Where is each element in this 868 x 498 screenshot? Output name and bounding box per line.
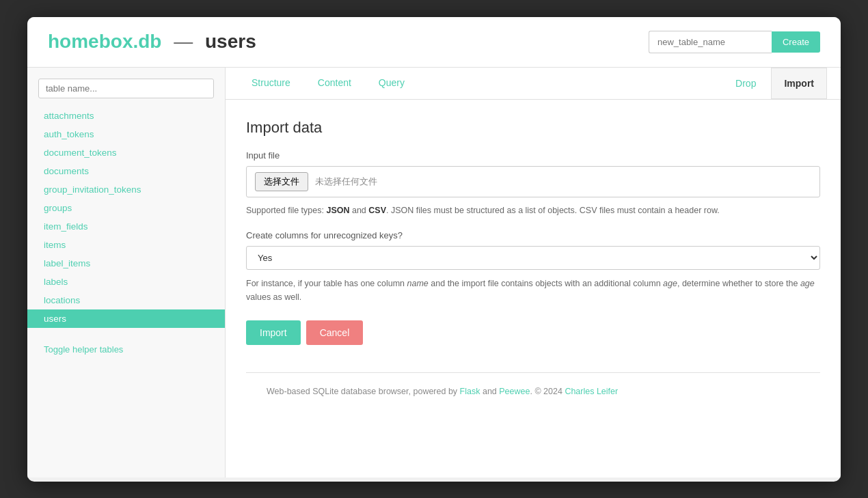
tab-import[interactable]: Import xyxy=(771,68,827,99)
sidebar-item-groups[interactable]: groups xyxy=(27,199,225,217)
header: homebox.db — users Create xyxy=(27,17,841,68)
footer: Web-based SQLite database browser, power… xyxy=(246,372,820,410)
input-file-label: Input file xyxy=(246,150,820,161)
action-buttons: Import Cancel xyxy=(246,320,820,345)
sidebar-item-auth-tokens[interactable]: auth_tokens xyxy=(27,125,225,143)
file-input-wrapper[interactable]: 选择文件 未选择任何文件 xyxy=(246,166,820,197)
file-choose-button[interactable]: 选择文件 xyxy=(255,172,308,191)
sidebar-search-input[interactable] xyxy=(38,79,214,98)
peewee-link[interactable]: Peewee xyxy=(499,387,530,396)
tab-content[interactable]: Content xyxy=(306,68,364,99)
sidebar-item-attachments[interactable]: attachments xyxy=(27,107,225,125)
new-table-input[interactable] xyxy=(649,31,772,53)
sidebar-item-label-items[interactable]: label_items xyxy=(27,254,225,273)
header-right: Create xyxy=(649,31,820,53)
separator: — xyxy=(174,31,193,52)
db-name: homebox.db xyxy=(48,31,161,52)
main-layout: attachments auth_tokens document_tokens … xyxy=(27,68,841,478)
page-title: homebox.db — users xyxy=(48,31,256,53)
tab-structure[interactable]: Structure xyxy=(239,68,303,99)
sidebar-item-document-tokens[interactable]: document_tokens xyxy=(27,143,225,162)
import-button[interactable]: Import xyxy=(246,320,301,345)
author-link[interactable]: Charles Leifer xyxy=(565,387,618,396)
content-body: Import data Input file 选择文件 未选择任何文件 Supp… xyxy=(226,100,841,430)
create-columns-select[interactable]: Yes No xyxy=(246,246,820,270)
sidebar-item-items[interactable]: items xyxy=(27,236,225,254)
tabs-bar: Structure Content Query Drop Import xyxy=(226,68,841,100)
tab-drop[interactable]: Drop xyxy=(723,68,768,98)
sidebar: attachments auth_tokens document_tokens … xyxy=(27,68,226,478)
table-name-heading: users xyxy=(205,31,256,52)
sidebar-item-item-fields[interactable]: item_fields xyxy=(27,217,225,236)
flask-link[interactable]: Flask xyxy=(460,387,480,396)
toggle-helper-tables[interactable]: Toggle helper tables xyxy=(27,333,225,365)
create-columns-label: Create columns for unrecognized keys? xyxy=(246,230,820,240)
content-area: Structure Content Query Drop Import Impo xyxy=(226,68,841,478)
sidebar-item-locations[interactable]: locations xyxy=(27,291,225,309)
tab-query[interactable]: Query xyxy=(366,68,417,99)
sidebar-item-documents[interactable]: documents xyxy=(27,162,225,180)
create-button[interactable]: Create xyxy=(772,31,820,53)
supported-types-help: Supported file types: JSON and CSV. JSON… xyxy=(246,204,820,217)
sidebar-item-group-invitation-tokens[interactable]: group_invitation_tokens xyxy=(27,180,225,199)
instance-help-text: For instance, if your table has one colu… xyxy=(246,277,820,304)
file-no-selection-text: 未选择任何文件 xyxy=(315,176,377,188)
import-title: Import data xyxy=(246,119,820,137)
sidebar-item-users[interactable]: users xyxy=(27,309,225,328)
sidebar-item-labels[interactable]: labels xyxy=(27,273,225,291)
cancel-button[interactable]: Cancel xyxy=(306,320,364,345)
